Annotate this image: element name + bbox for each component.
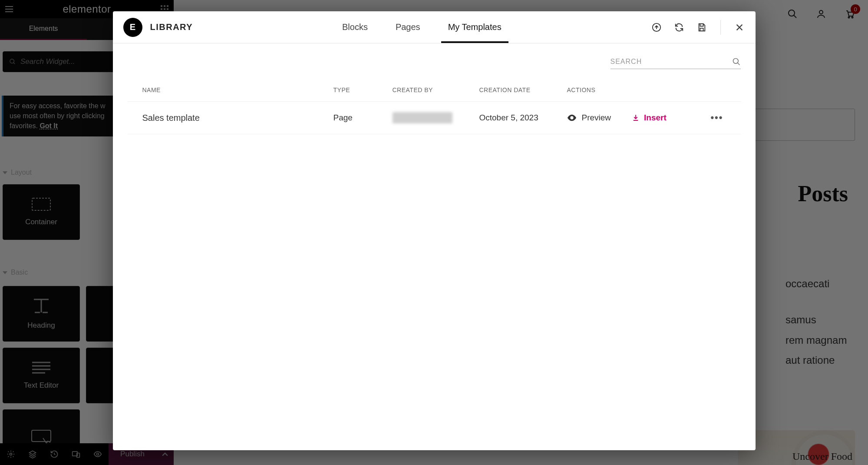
tab-my-templates[interactable]: My Templates <box>448 11 502 43</box>
more-actions[interactable]: ••• <box>710 112 723 123</box>
import-button[interactable] <box>651 22 662 33</box>
library-modal: E LIBRARY Blocks Pages My Templates SEAR… <box>113 11 756 450</box>
templates-search-placeholder: SEARCH <box>611 58 642 66</box>
col-type: TYPE <box>333 86 393 93</box>
close-button[interactable] <box>734 22 745 33</box>
cell-date: October 5, 2023 <box>479 113 567 123</box>
col-creation-date: CREATION DATE <box>479 86 567 93</box>
templates-table: NAME TYPE CREATED BY CREATION DATE ACTIO… <box>128 79 741 134</box>
header-divider <box>720 20 721 35</box>
library-logo-letter: E <box>130 22 135 32</box>
templates-search-input[interactable]: SEARCH <box>611 57 741 69</box>
insert-label: Insert <box>644 113 667 123</box>
library-header-actions <box>651 20 745 35</box>
cell-actions: Preview Insert ••• <box>567 112 726 123</box>
library-logo: E <box>123 18 142 37</box>
library-modal-body: SEARCH NAME TYPE CREATED BY CREATION DAT… <box>113 43 756 450</box>
download-icon <box>632 114 640 122</box>
preview-action[interactable]: Preview <box>567 113 611 123</box>
cell-created-by <box>393 112 479 123</box>
upload-circle-icon <box>652 23 661 32</box>
svg-point-21 <box>733 59 738 64</box>
table-row: Sales template Page October 5, 2023 Prev… <box>128 102 741 134</box>
col-actions: ACTIONS <box>567 86 726 93</box>
cell-type: Page <box>333 113 393 123</box>
tab-my-templates-label: My Templates <box>448 22 502 32</box>
col-name: NAME <box>142 86 333 93</box>
library-modal-backdrop: E LIBRARY Blocks Pages My Templates SEAR… <box>0 0 868 465</box>
table-header: NAME TYPE CREATED BY CREATION DATE ACTIO… <box>128 79 741 102</box>
preview-label: Preview <box>582 113 611 123</box>
save-button[interactable] <box>696 22 707 33</box>
sync-button[interactable] <box>673 22 685 33</box>
col-created-by: CREATED BY <box>393 86 479 93</box>
library-tabs: Blocks Pages My Templates <box>193 11 650 43</box>
refresh-icon <box>674 23 684 32</box>
search-icon <box>732 57 741 66</box>
tab-blocks-label: Blocks <box>342 22 368 32</box>
library-modal-header: E LIBRARY Blocks Pages My Templates <box>113 11 756 43</box>
save-icon <box>697 23 706 32</box>
tab-pages[interactable]: Pages <box>396 11 420 43</box>
library-title: LIBRARY <box>150 22 193 32</box>
tab-pages-label: Pages <box>396 22 420 32</box>
insert-action[interactable]: Insert <box>632 113 667 123</box>
cell-name: Sales template <box>142 113 333 123</box>
tab-blocks[interactable]: Blocks <box>342 11 368 43</box>
redacted-author <box>393 112 452 123</box>
close-icon <box>735 23 744 32</box>
eye-icon <box>567 114 577 121</box>
